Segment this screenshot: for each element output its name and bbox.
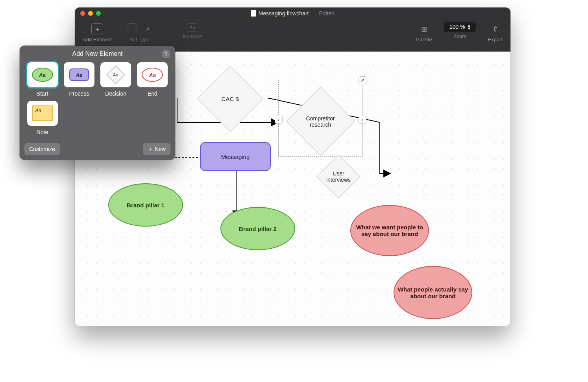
selection-handle-right[interactable]: ›	[359, 116, 366, 124]
plus-icon: ＋	[91, 23, 103, 35]
close-window-button[interactable]	[80, 11, 85, 16]
glyph: Aa	[149, 72, 156, 78]
end-actually-say[interactable]: What people actually say about our brand	[394, 266, 472, 319]
document-icon	[251, 10, 256, 17]
process-messaging[interactable]: Messaging	[200, 142, 271, 171]
add-element-button[interactable]: ＋ Add Element	[80, 22, 114, 44]
plus-icon: ＋	[148, 146, 153, 153]
traffic-lights	[75, 11, 101, 16]
button-label: New	[155, 146, 166, 152]
document-title: Messaging flowchart	[259, 10, 309, 17]
element-option-decision[interactable]: Aa Decision	[99, 62, 133, 97]
toolbar-label: Set Type	[129, 37, 150, 42]
option-label: Note	[37, 129, 48, 135]
window-title: Messaging flowchart — Edited	[75, 10, 510, 17]
glyph: Aa	[39, 72, 46, 78]
set-type-button[interactable]: ↗ Set Type	[124, 22, 155, 44]
export-button[interactable]: ⇧ Export	[485, 22, 505, 44]
tile-note: Aa	[27, 101, 58, 126]
fullscreen-window-button[interactable]	[96, 11, 101, 16]
node-label: Compretitor research	[299, 115, 342, 128]
element-option-end[interactable]: Aa End	[135, 62, 170, 97]
decision-cac[interactable]: CAC $	[197, 65, 264, 132]
titlebar: Messaging flowchart — Edited	[75, 7, 510, 19]
palette-icon: ⊞	[418, 23, 430, 35]
new-button[interactable]: ＋ New	[143, 143, 170, 155]
end-want-say[interactable]: What we want people to say about our bra…	[350, 205, 429, 256]
palette-button[interactable]: ⊞ Palette	[414, 22, 434, 44]
node-label: Brand pillar 2	[239, 225, 277, 232]
add-element-popover: Add New Element ? Aa Start Aa Process Aa	[20, 46, 175, 160]
toolbar-label: Zoom	[453, 33, 466, 39]
tile-end: Aa	[137, 62, 168, 87]
customize-button[interactable]: Customize	[24, 143, 60, 155]
button-label: Customize	[29, 146, 55, 152]
option-label: Process	[69, 90, 89, 97]
glyph: Aa	[35, 108, 41, 113]
rename-button[interactable]: Aa Rename	[180, 22, 204, 41]
selection-handle-left[interactable]: ›	[275, 116, 283, 124]
toolbar-label: Add Element	[83, 37, 112, 42]
element-option-note[interactable]: Aa Note	[25, 101, 59, 135]
selection-handle-action[interactable]: ↗	[359, 76, 366, 84]
node-label: What people actually say about our brand	[397, 286, 469, 299]
help-button[interactable]: ?	[162, 50, 170, 58]
rename-icon: Aa	[187, 23, 198, 32]
popover-footer: Customize ＋ New	[20, 139, 175, 160]
document-status: Edited	[319, 10, 335, 17]
tile-decision: Aa	[100, 62, 131, 87]
shape-icon	[126, 23, 137, 31]
popover-title-row: Add New Element ?	[20, 46, 175, 61]
toolbar-label: Rename	[183, 33, 202, 39]
zoom-control[interactable]: 100 % ▴▾ Zoom	[444, 22, 476, 39]
start-brand-pillar-2[interactable]: Brand pillar 2	[220, 207, 295, 250]
option-label: End	[148, 90, 157, 97]
node-label: What we want people to say about our bra…	[353, 224, 426, 237]
tile-process: Aa	[64, 62, 94, 87]
minimize-window-button[interactable]	[88, 11, 93, 16]
option-label: Decision	[105, 90, 126, 97]
arrow-icon: ↗	[141, 23, 153, 35]
chevron-updown-icon: ▴▾	[468, 24, 470, 30]
title-separator: —	[311, 10, 316, 17]
decision-user-interviews[interactable]: User interviews	[316, 154, 361, 199]
zoom-value: 100 %	[449, 24, 465, 30]
glyph: Aa	[76, 72, 83, 78]
node-label: CAC $	[222, 96, 239, 102]
glyph: Aa	[113, 72, 118, 77]
element-grid: Aa Start Aa Process Aa Decision Aa	[20, 61, 175, 139]
node-label: User interviews	[326, 170, 351, 183]
popover-title: Add New Element	[72, 50, 122, 57]
element-option-start[interactable]: Aa Start	[25, 62, 59, 97]
share-icon: ⇧	[489, 23, 501, 35]
tile-start: Aa	[27, 62, 58, 87]
option-label: Start	[37, 90, 48, 97]
node-label: Brand pillar 1	[127, 202, 165, 209]
start-brand-pillar-1[interactable]: Brand pillar 1	[108, 183, 183, 227]
node-label: Messaging	[221, 153, 250, 160]
toolbar-label: Palette	[416, 37, 432, 42]
toolbar-label: Export	[488, 37, 503, 42]
element-option-process[interactable]: Aa Process	[62, 62, 96, 97]
